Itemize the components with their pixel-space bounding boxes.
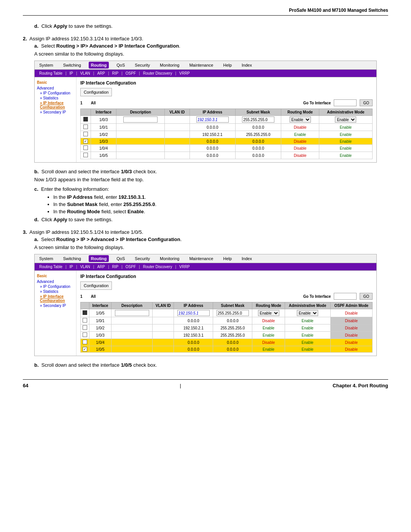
- subnav-vrrp-1[interactable]: VRRP: [178, 70, 191, 76]
- td-check[interactable]: [81, 332, 89, 339]
- td-check[interactable]: [81, 324, 89, 332]
- sidebar-advanced-1: Advanced » IP Configuration » Statistics…: [37, 86, 74, 114]
- nav-help-2[interactable]: Help: [221, 255, 234, 262]
- td-check[interactable]: ✓: [81, 138, 91, 145]
- step-d1: d. Click Apply to save the settings.: [23, 23, 388, 29]
- subnav-vlan-2[interactable]: VLAN: [79, 264, 92, 270]
- nav-security-2[interactable]: Security: [132, 255, 152, 262]
- sidebar-statistics-1[interactable]: » Statistics: [40, 96, 74, 100]
- td-description[interactable]: [116, 116, 165, 124]
- td-ip[interactable]: [190, 116, 235, 124]
- td-admin[interactable]: EnableDisable: [285, 309, 330, 317]
- nav-maintenance-2[interactable]: Maintenance: [187, 255, 215, 262]
- sidebar-advanced-link-2[interactable]: Advanced: [37, 280, 74, 284]
- nav-monitoring-2[interactable]: Monitoring: [158, 255, 182, 262]
- nav-switching-2[interactable]: Switching: [61, 255, 83, 262]
- top-nav-1: System Switching Routing QoS Security Mo…: [35, 61, 376, 70]
- subnav-ospf-2[interactable]: OSPF: [124, 264, 137, 270]
- td-check[interactable]: [81, 145, 91, 152]
- table-row: 1/0/2 192.150.2.1 255.255.255.0 Enable E…: [81, 131, 373, 138]
- th-vlan-1: VLAN ID: [165, 109, 190, 116]
- sidebar-ip-config-2[interactable]: » IP Configuration: [40, 284, 74, 289]
- subnet-input-1[interactable]: [242, 117, 274, 123]
- td-subnet[interactable]: [213, 309, 252, 317]
- subnav-router-discovery-1[interactable]: Router Discovery: [142, 70, 174, 76]
- nav-system-1[interactable]: System: [37, 62, 56, 69]
- td-routing[interactable]: EnableDisable: [252, 309, 285, 317]
- subnav-ip-2[interactable]: IP: [68, 264, 75, 270]
- description-input-1[interactable]: [123, 117, 158, 123]
- sidebar-statistics-2[interactable]: » Statistics: [40, 289, 74, 294]
- nav-system-2[interactable]: System: [37, 255, 56, 262]
- subnav-routing-table-1[interactable]: Routing Table: [38, 70, 64, 76]
- subnav-ip-1[interactable]: IP: [68, 70, 75, 76]
- routing-select-1[interactable]: EnableDisable: [290, 117, 311, 123]
- nav-help-1[interactable]: Help: [221, 62, 234, 69]
- td-routing[interactable]: EnableDisable: [281, 116, 319, 124]
- sidebar-ip-interface-2[interactable]: » IP InterfaceConfiguration: [40, 294, 74, 303]
- subnav-routing-table-2[interactable]: Routing Table: [38, 264, 64, 270]
- td-interface: 1/0/2: [91, 131, 116, 138]
- admin-select-1[interactable]: EnableDisable: [335, 117, 356, 123]
- nav-qos-2[interactable]: QoS: [114, 255, 127, 262]
- routing-select-2[interactable]: EnableDisable: [258, 310, 279, 316]
- nav-security-1[interactable]: Security: [132, 62, 152, 69]
- ip-input-2[interactable]: [177, 310, 210, 316]
- subnav-arp-2[interactable]: ARP: [96, 264, 107, 270]
- ip-input-1[interactable]: [196, 117, 229, 123]
- th-description-2: Description: [111, 302, 153, 309]
- checkbox[interactable]: ✓: [83, 347, 87, 351]
- checkbox[interactable]: [83, 132, 88, 136]
- td-check[interactable]: [81, 339, 89, 346]
- td-check[interactable]: [81, 124, 91, 131]
- checkbox[interactable]: [83, 318, 87, 323]
- nav-routing-2[interactable]: Routing: [89, 255, 109, 262]
- sidebar-ip-interface-1[interactable]: » IP InterfaceConfiguration: [40, 101, 74, 109]
- td-description[interactable]: [111, 309, 153, 317]
- checkbox[interactable]: [83, 332, 87, 337]
- subnav-router-discovery-2[interactable]: Router Discovery: [142, 264, 174, 270]
- sidebar-advanced-link-1[interactable]: Advanced: [37, 86, 74, 90]
- goto-input-1[interactable]: [334, 99, 357, 106]
- sidebar-basic-link-2[interactable]: Basic: [37, 274, 74, 278]
- subnav-rip-2[interactable]: RIP: [111, 264, 120, 270]
- goto-input-2[interactable]: [334, 293, 357, 300]
- nav-index-2[interactable]: Index: [239, 255, 254, 262]
- checkbox[interactable]: [83, 125, 88, 129]
- subnav-rip-1[interactable]: RIP: [111, 70, 120, 76]
- checkbox[interactable]: [83, 145, 88, 150]
- checkbox[interactable]: [83, 325, 87, 330]
- td-ip[interactable]: [174, 309, 213, 317]
- nav-qos-1[interactable]: QoS: [114, 62, 127, 69]
- nav-index-1[interactable]: Index: [239, 62, 254, 69]
- td-subnet[interactable]: [235, 116, 281, 124]
- nav-maintenance-1[interactable]: Maintenance: [187, 62, 215, 69]
- goto-btn-1[interactable]: GO: [360, 99, 373, 106]
- sidebar-secondary-ip-1[interactable]: » Secondary IP: [40, 110, 74, 114]
- step-3a-label: a.: [34, 236, 38, 242]
- td-check[interactable]: [81, 152, 91, 159]
- checkbox[interactable]: [83, 153, 88, 157]
- sidebar-secondary-ip-2[interactable]: » Secondary IP: [40, 304, 74, 308]
- sidebar-basic-link-1[interactable]: Basic: [37, 80, 74, 85]
- subnav-arp-1[interactable]: ARP: [96, 70, 107, 76]
- goto-btn-2[interactable]: GO: [360, 293, 373, 300]
- table-row: 1/0/2 192.150.2.1 255.255.255.0 Enable E…: [81, 324, 373, 332]
- nav-routing-1[interactable]: Routing: [89, 62, 109, 69]
- subnet-input-2[interactable]: [217, 310, 249, 316]
- sidebar-ip-config-1[interactable]: » IP Configuration: [40, 91, 74, 95]
- subnav-ospf-1[interactable]: OSPF: [124, 70, 137, 76]
- table-row: 1/0/4 0.0.0.0 0.0.0.0 Disable Enable: [81, 145, 373, 152]
- nav-monitoring-1[interactable]: Monitoring: [158, 62, 182, 69]
- subnav-vlan-1[interactable]: VLAN: [79, 70, 92, 76]
- subnav-vrrp-2[interactable]: VRRP: [178, 264, 191, 270]
- td-check[interactable]: [81, 317, 89, 324]
- td-check[interactable]: ✓: [81, 346, 89, 353]
- td-admin[interactable]: EnableDisable: [319, 116, 372, 124]
- td-check[interactable]: [81, 131, 91, 138]
- checkbox[interactable]: ✓: [83, 139, 88, 144]
- admin-select-2[interactable]: EnableDisable: [297, 310, 318, 316]
- description-input-2[interactable]: [115, 310, 149, 316]
- nav-switching-1[interactable]: Switching: [61, 62, 83, 69]
- checkbox[interactable]: [83, 340, 87, 344]
